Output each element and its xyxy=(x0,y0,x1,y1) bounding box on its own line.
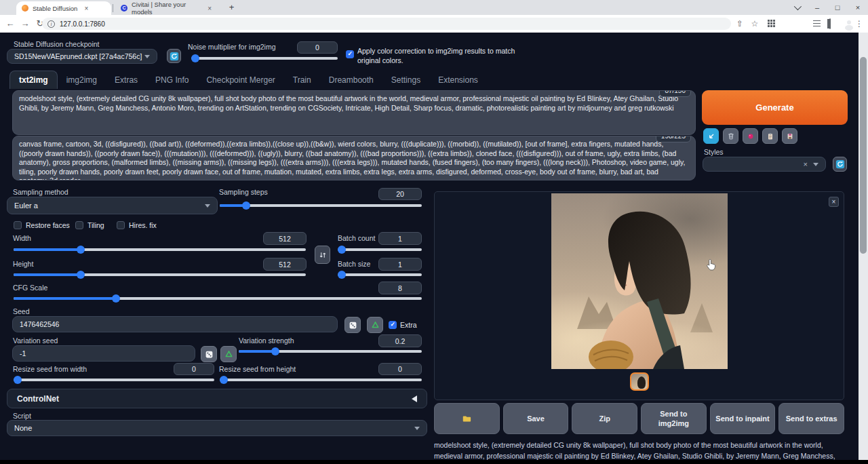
read-generation-params-button[interactable] xyxy=(703,128,719,144)
apply-styles-button[interactable] xyxy=(762,128,778,144)
open-folder-button[interactable] xyxy=(434,403,500,434)
variation-seed-input[interactable]: -1 xyxy=(12,345,195,362)
resize-seed-width-value[interactable]: 0 xyxy=(174,363,214,375)
address-bar[interactable]: i 127.0.0.1:7860 xyxy=(42,18,731,30)
random-seed-button[interactable] xyxy=(344,317,361,333)
cfg-scale-value[interactable]: 8 xyxy=(378,282,422,294)
sampling-steps-label: Sampling steps xyxy=(219,188,268,196)
width-slider[interactable] xyxy=(14,246,306,254)
cfg-scale-slider[interactable] xyxy=(14,294,422,303)
refresh-checkpoints-button[interactable] xyxy=(167,49,181,63)
resize-seed-height-label: Resize seed from height xyxy=(219,365,296,373)
reuse-variation-seed-button[interactable] xyxy=(220,346,237,362)
browser-tab-stable-diffusion[interactable]: Stable Diffusion × xyxy=(16,1,111,15)
batch-count-slider[interactable] xyxy=(338,246,422,254)
clear-styles-icon[interactable]: × xyxy=(804,160,808,168)
browser-menu-icon[interactable]: ⋮ xyxy=(854,18,865,29)
tab-extensions[interactable]: Extensions xyxy=(429,71,487,89)
checkpoint-dropdown[interactable]: SD15NewVAEpruned.ckpt [27a4ac756c] xyxy=(7,49,157,64)
extra-seed-checkbox[interactable] xyxy=(389,321,397,329)
hires-fix-checkbox[interactable] xyxy=(117,221,125,229)
gallery-thumbnail[interactable] xyxy=(630,372,649,391)
scrollbar-thumb[interactable] xyxy=(860,57,867,254)
sampling-steps-slider[interactable] xyxy=(220,201,422,210)
side-panel-icon[interactable] xyxy=(825,18,835,29)
tiling-checkbox[interactable] xyxy=(75,221,83,229)
height-slider[interactable] xyxy=(14,271,306,279)
clear-prompt-button[interactable] xyxy=(723,128,738,144)
share-icon[interactable]: ⇧ xyxy=(734,18,745,29)
tab-png-info[interactable]: PNG Info xyxy=(146,71,197,89)
width-value[interactable]: 512 xyxy=(263,232,307,245)
forward-icon[interactable]: → xyxy=(19,18,31,30)
resize-seed-height-slider[interactable] xyxy=(220,376,422,384)
height-value[interactable]: 512 xyxy=(263,258,307,271)
sampling-steps-value[interactable]: 20 xyxy=(378,188,422,200)
negative-prompt-textarea[interactable]: canvas frame, cartoon, 3d, ((disfigured)… xyxy=(12,136,696,180)
color-correction-checkbox[interactable] xyxy=(346,50,354,58)
zip-button[interactable]: Zip xyxy=(572,403,637,434)
extra-networks-button[interactable] xyxy=(743,128,758,144)
save-style-button[interactable] xyxy=(782,128,797,144)
script-dropdown[interactable]: None xyxy=(7,420,427,436)
tab-extras[interactable]: Extras xyxy=(106,71,146,89)
noise-multiplier-slider[interactable] xyxy=(191,54,338,62)
send-to-img2img-button[interactable]: Send to img2img xyxy=(641,403,707,434)
random-variation-seed-button[interactable] xyxy=(201,346,217,362)
restore-faces-checkbox[interactable] xyxy=(14,221,22,229)
browser-tab-title: Civitai | Share your models xyxy=(132,1,201,16)
tab-close-icon[interactable]: × xyxy=(208,5,212,12)
bookmark-star-icon[interactable]: ☆ xyxy=(749,18,760,29)
window-restore-button[interactable]: □ xyxy=(827,0,848,15)
generate-button[interactable]: Generate xyxy=(702,90,848,125)
resize-seed-height-value[interactable]: 0 xyxy=(378,363,422,375)
batch-size-slider[interactable] xyxy=(338,271,422,279)
noise-multiplier-value[interactable]: 0 xyxy=(297,41,338,54)
window-close-button[interactable]: × xyxy=(848,0,868,15)
site-info-icon[interactable]: i xyxy=(47,20,55,28)
window-menu-chevron-icon[interactable] xyxy=(787,0,807,15)
tab-train[interactable]: Train xyxy=(284,71,320,89)
refresh-icon xyxy=(835,159,845,169)
variation-strength-slider[interactable] xyxy=(239,347,422,355)
trash-icon xyxy=(727,132,735,140)
profile-avatar[interactable] xyxy=(838,18,849,29)
tab-close-icon[interactable]: × xyxy=(84,5,88,12)
save-button[interactable]: Save xyxy=(503,403,569,434)
extension-blue-icon[interactable] xyxy=(782,18,793,29)
extension-grid-icon[interactable] xyxy=(766,18,777,29)
generated-image[interactable] xyxy=(551,193,728,369)
page-scrollbar[interactable] xyxy=(859,33,868,464)
resize-seed-width-label: Resize seed from width xyxy=(13,365,87,373)
batch-count-value[interactable]: 1 xyxy=(378,232,422,245)
tab-dreambooth[interactable]: Dreambooth xyxy=(320,71,382,89)
tab-txt2img[interactable]: txt2img xyxy=(9,71,58,89)
accordion-collapsed-icon xyxy=(412,395,417,402)
browser-tab-civitai[interactable]: Civitai | Share your models × xyxy=(115,1,217,15)
batch-size-value[interactable]: 1 xyxy=(378,258,422,271)
controlnet-accordion[interactable]: ControlNet xyxy=(7,389,427,408)
sampling-method-dropdown[interactable]: Euler a xyxy=(7,197,218,214)
browser-tab-strip: Stable Diffusion × Civitai | Share your … xyxy=(0,0,868,15)
close-gallery-icon[interactable]: × xyxy=(829,197,839,207)
swap-dimensions-button[interactable] xyxy=(315,246,330,264)
refresh-styles-button[interactable] xyxy=(833,157,847,172)
send-to-extras-button[interactable]: Send to extras xyxy=(778,403,844,434)
back-icon[interactable]: ← xyxy=(4,18,16,30)
resize-seed-width-slider[interactable] xyxy=(14,376,214,384)
tab-settings[interactable]: Settings xyxy=(382,71,429,89)
extensions-puzzle-icon[interactable] xyxy=(797,18,808,29)
styles-dropdown[interactable]: × xyxy=(703,157,826,172)
variation-strength-value[interactable]: 0.2 xyxy=(378,334,422,347)
restore-faces-label: Restore faces xyxy=(26,221,70,229)
tab-checkpoint-merger[interactable]: Checkpoint Merger xyxy=(197,71,283,89)
negative-token-counter: 198/225 xyxy=(656,136,691,142)
send-to-inpaint-button[interactable]: Send to inpaint xyxy=(710,403,776,434)
new-tab-button[interactable]: + xyxy=(226,3,237,13)
window-minimize-button[interactable]: – xyxy=(807,0,827,15)
prompt-textarea[interactable]: modelshoot style, (extremely detailed CG… xyxy=(12,90,696,135)
tab-img2img[interactable]: img2img xyxy=(58,71,106,89)
reuse-seed-button[interactable] xyxy=(367,317,383,333)
seed-input[interactable]: 1476462546 xyxy=(12,316,338,332)
reading-list-icon[interactable] xyxy=(811,18,822,29)
